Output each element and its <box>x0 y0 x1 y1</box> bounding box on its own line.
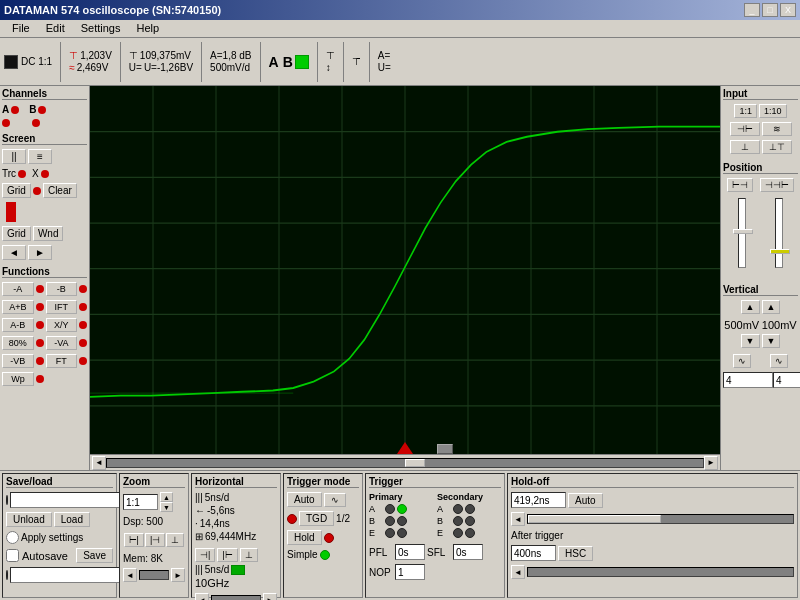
unload-btn[interactable]: Unload <box>6 512 52 527</box>
auto-icon-btn[interactable]: ∿ <box>324 493 346 507</box>
vb-led <box>36 357 44 365</box>
vert-extra-row: ∿ ∿ <box>723 354 798 368</box>
vert-extra-btn1[interactable]: ∿ <box>733 354 751 368</box>
vert-down-btn2[interactable]: ▼ <box>762 334 781 348</box>
zoom-icon2[interactable]: |⊣ <box>145 533 165 547</box>
sfl-input[interactable] <box>453 544 483 560</box>
pos-left-btn[interactable]: ⊢⊣ <box>727 178 753 192</box>
func-wp-btn[interactable]: Wp <box>2 372 34 386</box>
menu-edit[interactable]: Edit <box>38 22 73 35</box>
ch1-volt-value: 2,469V <box>77 62 109 73</box>
zoom-up-btn[interactable]: ▲ <box>160 492 173 502</box>
scope-position-thumb[interactable] <box>437 444 453 454</box>
trig-e-label: E <box>369 528 383 538</box>
zoom-input[interactable] <box>123 494 158 510</box>
wnd-btn[interactable]: Wnd <box>33 226 64 241</box>
horiz-scroll-left[interactable]: ◄ <box>195 593 209 600</box>
right-arrow-btn[interactable]: ► <box>28 245 52 260</box>
zoom-down-btn[interactable]: ▼ <box>160 502 173 512</box>
horiz-bars2-icon: ||| <box>195 564 203 575</box>
horiz-btn1[interactable]: ⊣| <box>195 548 215 562</box>
zoom-scroll-row: ◄ ► <box>123 568 185 582</box>
vert-extra-btn2[interactable]: ∿ <box>770 354 788 368</box>
load-btn[interactable]: Load <box>54 512 90 527</box>
clear-btn[interactable]: Clear <box>43 183 77 198</box>
func-xy-btn[interactable]: X/Y <box>46 318 78 332</box>
menu-settings[interactable]: Settings <box>73 22 129 35</box>
scroll-right-btn[interactable]: ► <box>704 456 718 470</box>
hsc-btn[interactable]: HSC <box>558 546 593 561</box>
pos-right-btn[interactable]: ⊣⊣⊢ <box>760 178 794 192</box>
vert-up-btn2[interactable]: ▲ <box>762 300 781 314</box>
func-row4: 80% -VA <box>2 336 87 350</box>
zoom-scroll-left[interactable]: ◄ <box>123 568 137 582</box>
zoom-icon1[interactable]: ⊢| <box>124 533 144 547</box>
horiz-scroll-right[interactable]: ► <box>263 593 277 600</box>
holdoff-slider-row: ◄ <box>511 512 794 526</box>
ch-b2-led <box>32 119 40 127</box>
input-1-10-btn[interactable]: 1:10 <box>759 104 787 118</box>
menu-file[interactable]: File <box>4 22 38 35</box>
func-vb-btn[interactable]: -VB <box>2 354 34 368</box>
maximize-button[interactable]: □ <box>762 3 778 17</box>
func-ift-btn[interactable]: IFT <box>46 300 78 314</box>
scroll-left-btn[interactable]: ◄ <box>92 456 106 470</box>
func-neg-a-btn[interactable]: -A <box>2 282 34 296</box>
after-trigger-input[interactable] <box>511 545 556 561</box>
horiz-btn3[interactable]: ⊥ <box>240 548 258 562</box>
input-ac-btn[interactable]: ≋ <box>762 122 792 136</box>
auto-btn[interactable]: Auto <box>287 492 322 507</box>
grid-btn[interactable]: Grid <box>2 183 31 198</box>
autosave-checkbox[interactable] <box>6 549 19 562</box>
vert-up-btn1[interactable]: ▲ <box>741 300 760 314</box>
close-button[interactable]: X <box>780 3 796 17</box>
tgd-btn[interactable]: TGD <box>299 511 334 526</box>
trig-tgd-row: TGD 1/2 <box>287 511 359 526</box>
screen-lines-btn[interactable]: ≡ <box>28 149 52 164</box>
input-1-1-btn[interactable]: 1:1 <box>734 104 757 118</box>
func-80-btn[interactable]: 80% <box>2 336 34 350</box>
save-btn[interactable]: Save <box>76 548 113 563</box>
zoom-scroll-right[interactable]: ► <box>171 568 185 582</box>
minimize-button[interactable]: _ <box>744 3 760 17</box>
left-arrow-btn[interactable]: ◄ <box>2 245 26 260</box>
input-gnd-btn[interactable]: ⊥ <box>730 140 760 154</box>
window-controls: _ □ X <box>744 3 796 17</box>
grid2-btn[interactable]: Grid <box>2 226 31 241</box>
func-apb-btn[interactable]: A+B <box>2 300 34 314</box>
sfl-label: SFL <box>427 547 451 558</box>
holdoff-auto-btn[interactable]: Auto <box>568 493 603 508</box>
trig-e-row: E <box>369 528 433 538</box>
channels-title: Channels <box>2 88 87 100</box>
vert-down-btn1[interactable]: ▼ <box>741 334 760 348</box>
ch1-u-label: U= <box>129 62 142 73</box>
pos-thumb-2[interactable] <box>770 249 790 254</box>
horiz-btn2[interactable]: |⊢ <box>217 548 237 562</box>
holdoff-input[interactable] <box>511 492 566 508</box>
horiz-offset: -5,6ns <box>207 505 235 516</box>
trig3-icon: ⊤̄ <box>352 56 361 67</box>
trig-secondary: Secondary A B E <box>437 492 501 540</box>
holdoff-thumb[interactable] <box>528 515 661 523</box>
nop-input[interactable] <box>395 564 425 580</box>
pfl-input[interactable] <box>395 544 425 560</box>
zoom-mem: Mem: 8K <box>123 553 185 564</box>
func-amb-btn[interactable]: A-B <box>2 318 34 332</box>
pos-thumb-1[interactable] <box>733 229 753 234</box>
zoom-icon3[interactable]: ⊥ <box>166 533 184 547</box>
func-va-btn[interactable]: -VA <box>46 336 78 350</box>
input-dc-btn[interactable]: ⊣⊢ <box>730 122 760 136</box>
hold-btn[interactable]: Hold <box>287 530 322 545</box>
scroll-thumb[interactable] <box>405 459 425 467</box>
func-neg-b-btn[interactable]: -B <box>46 282 78 296</box>
menu-help[interactable]: Help <box>128 22 167 35</box>
sep1 <box>60 42 61 82</box>
horiz-freq-icon: ⊞ <box>195 531 203 542</box>
holdoff-dec-btn[interactable]: ◄ <box>511 512 525 526</box>
screen-pause-btn[interactable]: || <box>2 149 26 164</box>
func-ft-btn[interactable]: FT <box>46 354 78 368</box>
after-dec-btn[interactable]: ◄ <box>511 565 525 579</box>
input-diff-btn[interactable]: ⊥⊤ <box>762 140 792 154</box>
ch1-coupling-label: DC 1:1 <box>21 56 52 67</box>
apply-settings-radio[interactable] <box>6 531 19 544</box>
